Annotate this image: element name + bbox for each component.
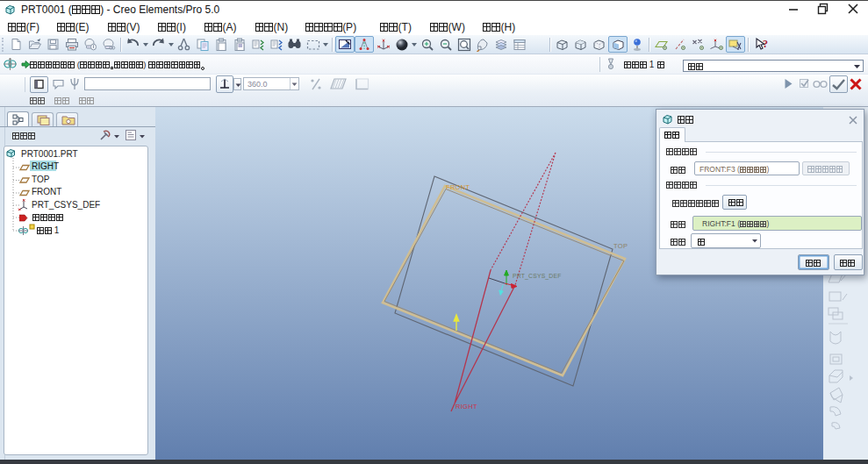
svg-text:RIGHT: RIGHT	[456, 403, 477, 410]
svg-text:PRT_CSYS_DEF: PRT_CSYS_DEF	[513, 273, 562, 280]
svg-text:TOP: TOP	[613, 242, 628, 250]
svg-text:?: ?	[763, 38, 768, 50]
svg-text:FRONT: FRONT	[446, 183, 470, 191]
